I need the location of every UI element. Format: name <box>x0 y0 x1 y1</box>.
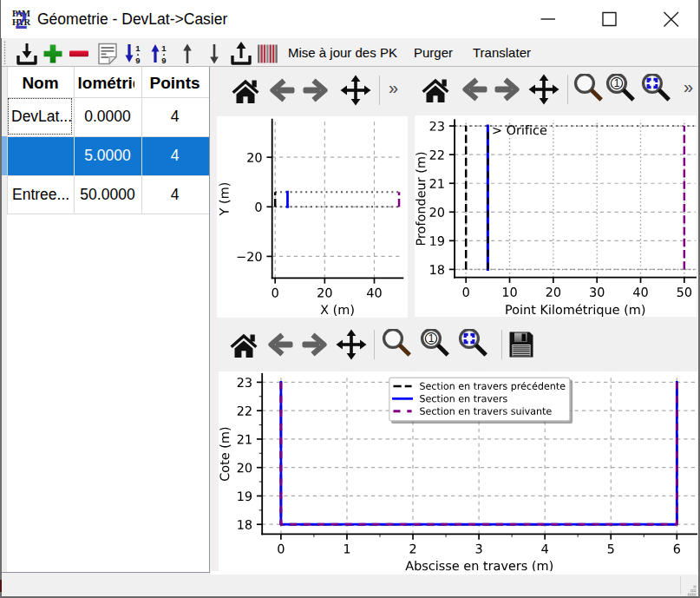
svg-text:1: 1 <box>135 43 141 53</box>
svg-text:2: 2 <box>15 8 28 30</box>
svg-text:1: 1 <box>429 332 435 345</box>
svg-text:1: 1 <box>614 77 620 89</box>
svg-text:1: 1 <box>161 43 167 53</box>
svg-text:9: 9 <box>161 56 166 64</box>
svg-text:9: 9 <box>135 56 140 64</box>
